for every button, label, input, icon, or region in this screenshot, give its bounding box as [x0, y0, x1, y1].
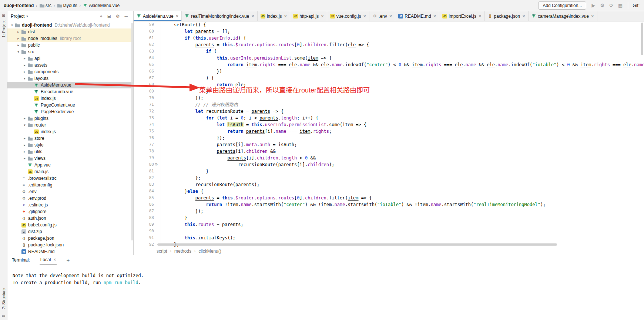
editor-breadcrumb-item[interactable]: script	[157, 249, 167, 254]
tree-item[interactable]: ▸views	[7, 155, 133, 162]
tree-item[interactable]: ▸plugins	[7, 115, 133, 122]
chevron-collapsed-icon[interactable]: ▸	[22, 117, 27, 120]
tree-item[interactable]: ≡.editorconfig	[7, 182, 133, 188]
code-line[interactable]: 80⟳ recursionRoute(parents[i].children);	[134, 161, 644, 168]
chevron-collapsed-icon[interactable]: ▸	[22, 63, 27, 67]
code-line[interactable]: 71 // // 递归权限路由	[134, 101, 644, 108]
settings-icon[interactable]: ⚙	[116, 14, 120, 19]
tree-item[interactable]: ▸style	[7, 142, 133, 148]
tree-item[interactable]: ▸assets	[7, 62, 133, 68]
code-line[interactable]: 67 ) {	[134, 75, 644, 81]
tree-item[interactable]: ▸dist	[7, 28, 133, 35]
tree-item[interactable]: ▾layouts	[7, 75, 133, 82]
code-line[interactable]: 60 let parents = [];	[134, 28, 644, 35]
tab-close-icon[interactable]: ×	[321, 13, 324, 19]
sync-icon[interactable]: ⟳	[609, 3, 613, 8]
tab-close-icon[interactable]: ×	[433, 13, 436, 19]
code-line[interactable]: 78 parents[i].children &&	[134, 148, 644, 155]
grid-icon[interactable]: ▦	[618, 3, 623, 8]
tab-close-icon[interactable]: ×	[284, 13, 287, 19]
debug-icon[interactable]: ⚙	[600, 3, 604, 8]
chevron-expanded-icon[interactable]: ▾	[16, 50, 21, 54]
chevron-collapsed-icon[interactable]: ▸	[22, 57, 27, 60]
chevron-collapsed-icon[interactable]: ▸	[22, 150, 27, 154]
chevron-collapsed-icon[interactable]: ▸	[22, 137, 27, 140]
tree-item[interactable]: ▾router	[7, 122, 133, 128]
tree-item[interactable]: ⚙.env.prod	[7, 195, 133, 202]
code-line[interactable]: 62 parents = this.$router.options.routes…	[134, 41, 644, 48]
breadcrumb-item[interactable]: AsideMenu.vue	[83, 3, 120, 8]
tab-close-icon[interactable]: ×	[389, 13, 392, 19]
tab-close-icon[interactable]: ×	[176, 13, 179, 19]
run-icon[interactable]: ▶	[591, 3, 595, 8]
code-line[interactable]: 76 });	[134, 135, 644, 141]
editor-tab[interactable]: MREADME.md×	[395, 11, 439, 21]
code-line[interactable]: 70 });	[134, 95, 644, 101]
tree-item[interactable]: ⚙.env	[7, 188, 133, 195]
code-line[interactable]: 90	[134, 228, 644, 235]
tree-item[interactable]: PageHeader.vue	[7, 108, 133, 115]
vertical-scrollbar[interactable]	[640, 21, 644, 247]
terminal-tab-close-icon[interactable]: ×	[53, 257, 56, 262]
tree-item[interactable]: ▸api	[7, 55, 133, 62]
chevron-collapsed-icon[interactable]: ▸	[22, 70, 27, 74]
tree-item[interactable]: App.vue	[7, 162, 133, 168]
tree-item[interactable]: JSbabel.config.js	[7, 222, 133, 228]
tree-item[interactable]: MREADME.md	[7, 248, 133, 255]
project-scrollbar[interactable]	[131, 23, 133, 240]
add-configuration-button[interactable]: Add Configuration...	[538, 1, 586, 10]
editor-tab[interactable]: {}package.json×	[485, 11, 529, 21]
tree-item[interactable]: ▸public	[7, 42, 133, 48]
chevron-expanded-icon[interactable]: ▾	[22, 123, 27, 127]
code-line[interactable]: 85 parents = this.$router.options.routes…	[134, 195, 644, 201]
editor-tab[interactable]: realTimeMonitoring\index.vue×	[182, 11, 258, 21]
code-line[interactable]: 66 })	[134, 68, 644, 75]
editor-tab[interactable]: ⚙.env×	[369, 11, 395, 21]
chevron-expanded-icon[interactable]: ▾	[22, 77, 27, 80]
editor-tab[interactable]: JShttp-api.js×	[290, 11, 327, 21]
breadcrumb-item[interactable]: layouts	[57, 3, 77, 8]
tab-close-icon[interactable]: ×	[591, 13, 594, 19]
project-view-selector[interactable]: Project ▾	[11, 14, 28, 19]
tab-close-icon[interactable]: ×	[363, 13, 366, 19]
code-line[interactable]: 64 this.userInfo.permissionList.some(ite…	[134, 55, 644, 61]
tree-item[interactable]: ◆.gitignore	[7, 208, 133, 215]
breadcrumb-item[interactable]: duoji-frontend	[4, 3, 34, 8]
chevron-expanded-icon[interactable]: ▾	[10, 23, 14, 27]
code-line[interactable]: 61 if (this.userInfo.id) {	[134, 35, 644, 41]
project-tool-tab[interactable]: 1: Project	[1, 20, 6, 37]
chevron-collapsed-icon[interactable]: ▸	[16, 37, 21, 40]
code-line[interactable]: 75 return parents[i].name === item.right…	[134, 128, 644, 135]
code-line[interactable]: 79 parents[i].children.length > 0 &&	[134, 155, 644, 161]
terminal-tab-local[interactable]: Local ×	[40, 255, 57, 265]
code-editor[interactable]: 59 setRoute() {60 let parents = [];61 if…	[134, 21, 644, 247]
tree-item[interactable]: ≡.browserslistrc	[7, 175, 133, 182]
scrollbar-thumb[interactable]	[641, 23, 643, 55]
tree-item[interactable]: JSmain.js	[7, 168, 133, 175]
tree-item[interactable]: Zdist.zip	[7, 228, 133, 235]
tree-item[interactable]: ▸store	[7, 135, 133, 142]
editor-tab[interactable]: cameraManage\index.vue×	[529, 11, 597, 21]
git-label[interactable]: Git:	[628, 2, 640, 9]
tab-close-icon[interactable]: ×	[479, 13, 482, 19]
tree-item[interactable]: {}auth.json	[7, 215, 133, 222]
code-line[interactable]: 88 }	[134, 215, 644, 221]
code-line[interactable]: 91 this.initialKeys();	[134, 235, 644, 241]
code-line[interactable]: 83 recursionRoute(parents);	[134, 181, 644, 188]
code-line[interactable]: 84 }else {	[134, 188, 644, 195]
code-line[interactable]: 73 for (let i = 0; i < parents.length; i…	[134, 115, 644, 121]
hide-icon[interactable]: ─	[124, 14, 128, 19]
tree-item[interactable]: ▸utils	[7, 148, 133, 155]
tree-item[interactable]: {}package-lock.json	[7, 242, 133, 248]
code-line[interactable]: 74 let isAuth = this.userInfo.permission…	[134, 121, 644, 128]
editor-breadcrumb-item[interactable]: clickMenu()	[198, 249, 221, 254]
locate-icon[interactable]: ⌖	[100, 14, 103, 19]
terminal-tool-icon[interactable]: ▭	[2, 314, 5, 318]
editor-tab[interactable]: AsideMenu.vue×	[134, 11, 182, 21]
tree-item[interactable]: e.eslintrc.js	[7, 202, 133, 208]
code-line[interactable]: 82 };	[134, 175, 644, 181]
chevron-collapsed-icon[interactable]: ▸	[16, 30, 21, 34]
tree-item[interactable]: ▸components	[7, 68, 133, 75]
code-line[interactable]: 59 setRoute() {	[134, 21, 644, 28]
new-terminal-button[interactable]: +	[66, 257, 70, 263]
